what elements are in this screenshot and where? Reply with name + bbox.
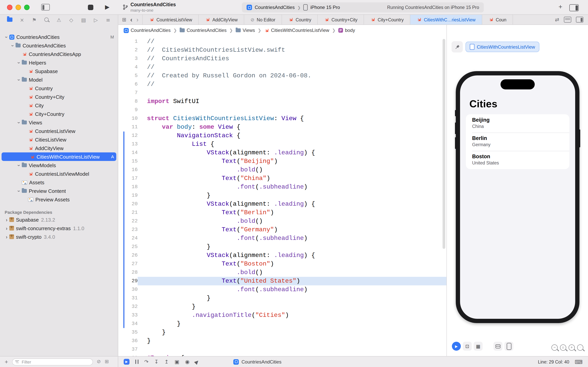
editor-tab[interactable]: ⊘No Editor bbox=[244, 15, 282, 25]
code-line[interactable]: 18 .font(.subheadline) bbox=[118, 183, 446, 191]
inspector-toggle-icon[interactable] bbox=[576, 17, 583, 23]
filter-input[interactable] bbox=[21, 359, 90, 365]
preview-screen[interactable]: Cities BeijingChinaBerlinGermanyBostonUn… bbox=[460, 75, 575, 319]
code-line[interactable]: 17 Text("China") bbox=[118, 174, 446, 183]
related-items-icon[interactable]: ⊞ bbox=[122, 17, 126, 23]
step-over-button[interactable]: ↷ bbox=[144, 359, 149, 364]
add-button[interactable]: + bbox=[558, 3, 562, 10]
code-line[interactable]: 15 Text("Beijing") bbox=[118, 157, 446, 166]
running-app-indicator[interactable]: CountriesAndCities bbox=[233, 357, 281, 367]
editor-tab[interactable]: CitiesWithC…riesListView bbox=[410, 15, 482, 25]
code-line[interactable]: 9 bbox=[118, 106, 446, 114]
source-control-filter-icon[interactable]: ⊞ bbox=[105, 359, 109, 364]
issues-navigator-icon[interactable]: ⚠ bbox=[55, 17, 63, 22]
sidebar-item-country[interactable]: Country bbox=[0, 84, 118, 92]
tests-navigator-icon[interactable]: ◇ bbox=[67, 17, 76, 22]
sidebar-item-countriesandcities[interactable]: ›CountriesAndCities bbox=[0, 41, 118, 50]
code-line[interactable]: 8import SwiftUI bbox=[118, 97, 446, 106]
code-line[interactable]: 33 .navigationTitle("Cities") bbox=[118, 311, 446, 320]
disclosure-chevron-icon[interactable]: › bbox=[16, 120, 22, 125]
minimize-window-button[interactable] bbox=[16, 4, 21, 10]
list-item[interactable]: BostonUnited States bbox=[466, 151, 569, 169]
forward-button[interactable]: › bbox=[136, 16, 138, 23]
code-line[interactable]: 22 .bold() bbox=[118, 217, 446, 225]
sidebar-item-preview-content[interactable]: ›Preview Content bbox=[0, 187, 118, 195]
step-out-button[interactable]: ↥ bbox=[165, 359, 169, 364]
sidebar-item-countrieslistview[interactable]: CountriesListView bbox=[0, 127, 118, 135]
breadcrumb-item[interactable]: Pbody bbox=[338, 28, 355, 33]
breadcrumb-item[interactable]: CountriesAndCities bbox=[124, 28, 170, 33]
cursor-position[interactable]: Line: 29 Col: 40 bbox=[538, 359, 569, 364]
sidebar-item-citieswithcountrieslistview[interactable]: CitiesWithCountriesListViewA bbox=[1, 152, 116, 161]
sidebar-item-viewmodels[interactable]: ›ViewModels bbox=[0, 161, 118, 169]
list-item[interactable]: BeijingChina bbox=[466, 114, 569, 133]
code-line[interactable]: 1// bbox=[118, 37, 446, 46]
code-line[interactable]: 27 Text("Boston") bbox=[118, 260, 446, 268]
device-settings-button[interactable] bbox=[494, 342, 503, 351]
code-line[interactable]: 30 .font(.subheadline) bbox=[118, 285, 446, 294]
disclosure-chevron-icon[interactable]: › bbox=[16, 163, 22, 168]
reports-navigator-icon[interactable]: ≡ bbox=[104, 17, 112, 22]
scheme-name[interactable]: CountriesAndCities bbox=[255, 5, 294, 10]
sidebar-item-country-city[interactable]: Country+City bbox=[0, 92, 118, 101]
zoom-in-button[interactable]: + bbox=[569, 344, 575, 351]
code-line[interactable]: 16 .bold() bbox=[118, 166, 446, 174]
live-preview-button[interactable]: ▶ bbox=[452, 342, 461, 351]
code-line[interactable]: 3// CountriesAndCities bbox=[118, 54, 446, 63]
preview-device-button[interactable] bbox=[504, 342, 513, 351]
code-line[interactable]: 11 var body: some View { bbox=[118, 123, 446, 131]
scheme-selector[interactable]: CountriesAndCities ❯ iPhone 15 Pro Runni… bbox=[242, 2, 484, 12]
add-file-button[interactable]: + bbox=[5, 359, 8, 365]
breakpoints-navigator-icon[interactable]: ▷ bbox=[92, 17, 100, 22]
breakpoints-toggle[interactable]: ▶ bbox=[124, 359, 129, 365]
sidebar-item-model[interactable]: ›Model bbox=[0, 75, 118, 84]
code-line[interactable]: 35 } bbox=[118, 328, 446, 337]
code-line[interactable]: 24 .font(.subheadline) bbox=[118, 234, 446, 242]
code-line[interactable]: 14 VStack(alignment: .leading) { bbox=[118, 149, 446, 157]
editor-tab[interactable]: CountriesListView bbox=[143, 15, 199, 25]
sidebar-item-citieslistview[interactable]: CitiesListView bbox=[0, 135, 118, 144]
zoom-fit-button[interactable]: ▫ bbox=[560, 344, 566, 351]
toggle-navigator-icon[interactable] bbox=[41, 4, 50, 10]
sidebar-item-countriesandcities[interactable]: ›CountriesAndCitiesM bbox=[0, 33, 118, 41]
code-line[interactable]: 13 List { bbox=[118, 140, 446, 149]
sidebar-item-supabase[interactable]: Supabase bbox=[0, 67, 118, 75]
project-navigator-icon[interactable] bbox=[5, 17, 14, 22]
zoom-actual-button[interactable]: · bbox=[577, 344, 583, 351]
disclosure-chevron-icon[interactable]: › bbox=[4, 34, 9, 40]
code-line[interactable]: 12 NavigationStack { bbox=[118, 131, 446, 140]
editor-tab[interactable]: City+Country bbox=[364, 15, 410, 25]
keyboard-icon[interactable]: ⌨ bbox=[575, 359, 583, 365]
code-line[interactable]: 37 bbox=[118, 345, 446, 354]
sidebar-item-countrieslistviewmodel[interactable]: CountriesListViewModel bbox=[0, 169, 118, 178]
find-navigator-icon[interactable] bbox=[42, 17, 51, 22]
editor-tab[interactable]: Country bbox=[282, 15, 318, 25]
zoom-window-button[interactable] bbox=[24, 4, 30, 10]
view-hierarchy-button[interactable]: ▣ bbox=[174, 359, 179, 364]
close-window-button[interactable] bbox=[7, 4, 12, 10]
editor-tab[interactable]: Country+City bbox=[318, 15, 364, 25]
code-line[interactable]: 2// CitiesWithCountriesListView.swift bbox=[118, 46, 446, 54]
sidebar-item-assets[interactable]: Assets bbox=[0, 178, 118, 187]
zoom-out-button[interactable]: − bbox=[551, 344, 558, 351]
editor-layout-icon[interactable] bbox=[569, 4, 579, 11]
breadcrumb-item[interactable]: CitiesWithCountriesListView bbox=[264, 28, 329, 33]
run-destination[interactable]: iPhone 15 Pro bbox=[310, 5, 340, 10]
code-line[interactable]: 7 bbox=[118, 89, 446, 97]
disclosure-chevron-icon[interactable]: › bbox=[4, 234, 9, 240]
sidebar-item-views[interactable]: ›Views bbox=[0, 118, 118, 127]
recent-files-filter-icon[interactable]: ⊘ bbox=[97, 359, 101, 364]
sidebar-item-addcityview[interactable]: AddCityView bbox=[0, 144, 118, 152]
code-line[interactable]: 28 .bold() bbox=[118, 268, 446, 277]
filter-field[interactable] bbox=[12, 358, 93, 365]
code-line[interactable]: 21 Text("Berlin") bbox=[118, 209, 446, 217]
code-line[interactable]: 4// bbox=[118, 63, 446, 72]
package-item[interactable]: ›swift-crypto3.4.0 bbox=[0, 233, 118, 241]
code-line[interactable]: 26 VStack(alignment: .leading) { bbox=[118, 251, 446, 260]
run-button[interactable]: ▶ bbox=[105, 4, 109, 10]
list-item[interactable]: BerlinGermany bbox=[466, 133, 569, 151]
disclosure-chevron-icon[interactable]: › bbox=[16, 60, 22, 65]
code-line[interactable]: 19 } bbox=[118, 191, 446, 200]
disclosure-chevron-icon[interactable]: › bbox=[4, 217, 9, 223]
selectable-mode-button[interactable]: ⊡ bbox=[463, 342, 472, 351]
